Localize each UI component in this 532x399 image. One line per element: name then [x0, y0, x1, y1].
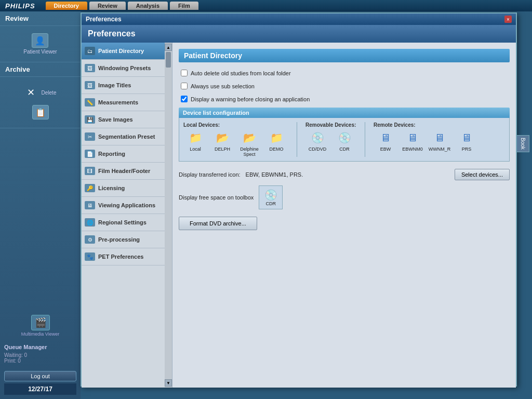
- nav-item-image-titles[interactable]: 🖼 Image Titles: [82, 77, 172, 94]
- queue-manager-label: Queue Manager: [4, 342, 76, 352]
- measurements-icon: 📏: [85, 98, 95, 107]
- sidebar-review-group: 👤 Patient Viewer: [0, 26, 81, 62]
- device-cddvd-icon: 💿: [308, 130, 327, 145]
- device-local-icon: 📁: [185, 130, 205, 145]
- device-delphine-spect-icon: 📂: [240, 130, 259, 145]
- nav-item-save-images[interactable]: 💾 Save Images: [82, 111, 172, 128]
- device-list-container: Local Devices: 📁 Local 📂 DELPH: [179, 118, 510, 162]
- auto-delete-checkbox[interactable]: [181, 70, 188, 76]
- nav-item-pre-processing[interactable]: ⚙ Pre-processing: [82, 231, 172, 248]
- nav-tab-review[interactable]: Review: [89, 2, 126, 10]
- sidebar-patient-viewer[interactable]: 👤 Patient Viewer: [21, 31, 59, 57]
- checkbox-display-warning-row: Display a warning before closing an appl…: [179, 95, 510, 103]
- image-titles-icon: 🖼: [85, 81, 95, 89]
- device-wwnm-r-icon: 🖥: [430, 130, 449, 145]
- display-warning-checkbox[interactable]: [181, 96, 188, 102]
- scroll-down-btn[interactable]: ▼: [165, 379, 172, 387]
- licensing-icon: 🔑: [85, 184, 95, 192]
- multimedia-icon: 🎬: [31, 315, 50, 330]
- device-delph-label: DELPH: [215, 147, 230, 152]
- nav-tab-film[interactable]: Film: [170, 2, 198, 10]
- nav-item-pre-processing-label: Pre-processing: [98, 236, 140, 243]
- nav-item-regional-settings[interactable]: 🌐 Regional Settings: [82, 214, 172, 231]
- multimedia-label: Multimedia Viewer: [21, 331, 59, 337]
- queue-waiting: Waiting: 0: [4, 352, 76, 358]
- checkbox-always-sub-row: Always use sub selection: [179, 82, 510, 90]
- book-button[interactable]: Book: [516, 135, 529, 152]
- preferences-header: Preferences: [82, 25, 516, 43]
- device-ebwnm0-icon: 🖥: [403, 130, 422, 145]
- device-divider-2: [365, 122, 365, 157]
- save-images-icon: 💾: [85, 115, 95, 124]
- device-cdr-label: CDR: [339, 147, 350, 152]
- nav-item-viewing-applications-label: Viewing Applications: [98, 202, 155, 208]
- nav-item-measurements-label: Measurements: [98, 99, 138, 105]
- device-demo[interactable]: 📁 DEMO: [264, 130, 288, 157]
- sidebar-sub-selection[interactable]: 📋: [30, 103, 51, 123]
- nav-item-windowing-presets-label: Windowing Presets: [98, 65, 151, 71]
- viewing-applications-icon: 🖥: [85, 201, 95, 209]
- nav-item-licensing[interactable]: 🔑 Licensing: [82, 180, 172, 197]
- format-dvd-row: Format DVD archive...: [179, 217, 510, 230]
- device-demo-icon: 📁: [267, 130, 286, 145]
- nav-item-pet-preferences[interactable]: 🐾 PET Preferences: [82, 248, 172, 265]
- device-delph[interactable]: 📂 DELPH: [210, 130, 234, 157]
- local-devices-label: Local Devices:: [183, 122, 288, 128]
- preferences-nav: ▲ ▼ 🗂 Patient Directory 🖼 Windowing Pres…: [82, 43, 172, 388]
- device-wwnm-r[interactable]: 🖥 WWNM_R: [428, 130, 451, 152]
- device-wwnm-r-label: WWNM_R: [429, 147, 451, 152]
- nav-tab-directory[interactable]: Directory: [46, 2, 87, 10]
- sidebar: Review 👤 Patient Viewer Archive ✕ Delete…: [0, 11, 81, 399]
- format-dvd-button[interactable]: Format DVD archive...: [179, 217, 257, 230]
- device-local[interactable]: 📁 Local: [183, 130, 207, 157]
- film-header-footer-icon: 🎞: [85, 167, 95, 175]
- nav-item-measurements[interactable]: 📏 Measurements: [82, 94, 172, 111]
- checkbox-auto-delete-row: Auto delete old studies from local folde…: [179, 69, 510, 77]
- device-cddvd[interactable]: 💿 CD/DVD: [305, 130, 329, 152]
- device-local-label: Local: [190, 147, 201, 152]
- content-header: Patient Directory: [179, 49, 510, 62]
- device-cdr[interactable]: 💿 CDR: [332, 130, 356, 152]
- removable-devices-row: 💿 CD/DVD 💿 CDR: [305, 130, 356, 152]
- windowing-presets-icon: 🖼: [85, 64, 95, 72]
- preferences-body: ▲ ▼ 🗂 Patient Directory 🖼 Windowing Pres…: [82, 43, 516, 388]
- delete-label: Delete: [42, 90, 57, 96]
- pre-processing-icon: ⚙: [85, 235, 95, 244]
- device-cddvd-label: CD/DVD: [309, 147, 327, 152]
- nav-item-viewing-applications[interactable]: 🖥 Viewing Applications: [82, 197, 172, 214]
- device-ebw-label: EBW: [380, 147, 391, 152]
- sidebar-multimedia[interactable]: 🎬 Multimedia Viewer: [4, 315, 76, 337]
- nav-item-patient-directory[interactable]: 🗂 Patient Directory: [82, 43, 172, 60]
- main-area: Review 👤 Patient Viewer Archive ✕ Delete…: [0, 11, 532, 399]
- free-space-row: Display free space on toolbox 💿 CDR: [179, 185, 510, 209]
- dialog-close-button[interactable]: ×: [504, 16, 512, 23]
- regional-settings-icon: 🌐: [85, 218, 95, 227]
- nav-item-windowing-presets[interactable]: 🖼 Windowing Presets: [82, 60, 172, 77]
- nav-item-reporting[interactable]: 📄 Reporting: [82, 145, 172, 163]
- scroll-up-btn[interactable]: ▲: [165, 44, 172, 51]
- nav-item-image-titles-label: Image Titles: [98, 82, 131, 88]
- nav-item-segmentation-preset[interactable]: ✂ Segmentation Preset: [82, 128, 172, 145]
- removable-devices-group: Removable Devices: 💿 CD/DVD 💿 CDR: [305, 122, 356, 152]
- device-delphine-spect[interactable]: 📂 Delphine Spect: [237, 130, 261, 157]
- device-delphine-spect-label: Delphine Spect: [237, 147, 261, 157]
- delete-button[interactable]: ✕: [24, 84, 37, 101]
- device-ebwnm0[interactable]: 🖥 EBWNM0: [401, 130, 424, 152]
- preferences-content: Patient Directory Auto delete old studie…: [172, 43, 516, 388]
- device-prs[interactable]: 🖥 PRS: [455, 130, 478, 152]
- always-sub-label: Always use sub selection: [191, 83, 255, 89]
- display-warning-label: Display a warning before closing an appl…: [191, 96, 310, 102]
- logout-button[interactable]: Log out: [4, 371, 76, 381]
- nav-item-segmentation-preset-label: Segmentation Preset: [98, 134, 155, 140]
- nav-tabs: Directory Review Analysis Film: [46, 2, 198, 10]
- auto-delete-label: Auto delete old studies from local folde…: [191, 70, 291, 76]
- nav-item-film-header-footer[interactable]: 🎞 Film Header/Footer: [82, 163, 172, 180]
- device-ebw-icon: 🖥: [376, 130, 395, 145]
- select-devices-button[interactable]: Select devices...: [455, 169, 510, 180]
- local-devices-row: 📁 Local 📂 DELPH 📂 Delphine Spect: [183, 130, 288, 157]
- patient-directory-icon: 🗂: [85, 47, 95, 55]
- device-ebw[interactable]: 🖥 EBW: [374, 130, 397, 152]
- sidebar-review-label: Review: [0, 11, 81, 26]
- always-sub-checkbox[interactable]: [181, 83, 188, 89]
- nav-tab-analysis[interactable]: Analysis: [128, 2, 168, 10]
